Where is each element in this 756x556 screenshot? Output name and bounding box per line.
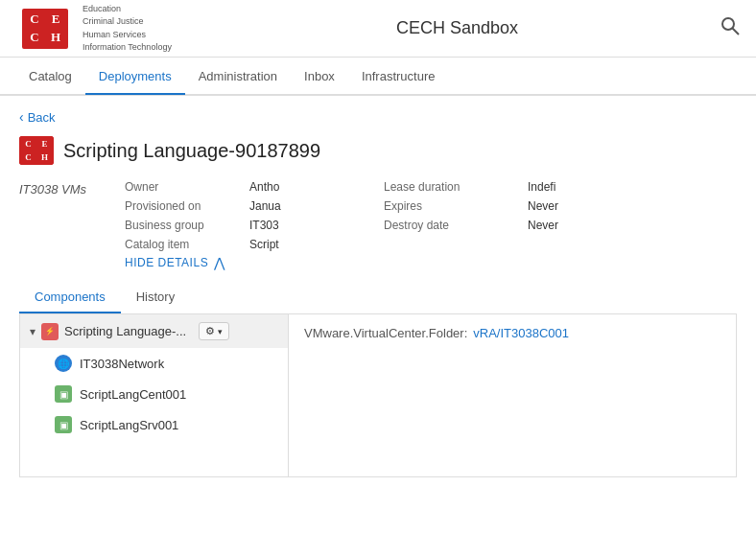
vm-cent-icon: ▣: [55, 385, 72, 403]
detail-panel: VMware.VirtualCenter.Folder: vRA/IT3038C…: [289, 314, 736, 476]
tabs-container: Components History ▾ ⚡ Scripting Languag…: [19, 282, 737, 477]
chevron-up-icon: ⋀: [214, 255, 225, 270]
tree-child-srv001-label: ScriptLangSrv001: [80, 418, 178, 432]
nav-item-inbox[interactable]: Inbox: [291, 59, 348, 93]
main-content: ‹ Back C E C H Scripting Language-901878…: [0, 96, 756, 491]
header: C E C H Education Criminal Justice Human…: [0, 0, 756, 58]
logo-area: C E C H Education Criminal Justice Human…: [15, 3, 172, 55]
detail-value: vRA/IT3038C001: [473, 326, 569, 340]
tab-history[interactable]: History: [121, 282, 190, 313]
page-title: Scripting Language-90187899: [63, 140, 320, 162]
page-logo-icon: C E C H: [19, 136, 54, 165]
logo-text: Education Criminal Justice Human Service…: [83, 3, 172, 55]
tree-child-network[interactable]: 🌐 IT3038Network: [20, 348, 288, 379]
nav-item-catalog[interactable]: Catalog: [15, 59, 85, 93]
hide-details-label: HIDE DETAILS: [125, 256, 208, 269]
group-label: IT3038 VMs: [19, 180, 125, 251]
logo-icon: C E C H: [15, 6, 75, 52]
nav-item-deployments[interactable]: Deployments: [85, 59, 185, 95]
gear-icon: ⚙: [205, 325, 215, 337]
back-arrow-icon: ‹: [19, 109, 24, 125]
tree-child-srv001[interactable]: ▣ ScriptLangSrv001: [20, 409, 288, 440]
nav-item-administration[interactable]: Administration: [185, 59, 291, 93]
search-button[interactable]: [720, 15, 741, 41]
vm-srv-icon: ▣: [55, 416, 72, 433]
tree-child-network-label: IT3038Network: [80, 357, 164, 371]
owner-label: Owner: [125, 180, 249, 194]
svg-point-0: [722, 18, 734, 30]
destroy-date-label: Destroy date: [384, 219, 528, 232]
lease-duration-value: Indefi: [528, 180, 604, 194]
app-title: CECH Sandbox: [195, 18, 720, 38]
tabs-bar: Components History: [19, 282, 737, 314]
nav-bar: Catalog Deployments Administration Inbox…: [0, 58, 756, 96]
business-group-label: Business group: [125, 219, 249, 232]
tree-child-cent001-label: ScriptLangCent001: [80, 387, 186, 402]
page-title-row: C E C H Scripting Language-90187899: [19, 136, 737, 165]
gear-dropdown-icon: ▾: [218, 327, 223, 336]
catalog-item-value: Script: [249, 238, 384, 251]
provisioned-label: Provisioned on: [125, 199, 249, 213]
expires-label: Expires: [384, 199, 528, 213]
tree-root-item[interactable]: ▾ ⚡ Scripting Language-... ⚙ ▾: [20, 314, 288, 348]
details-grid: Owner Antho Lease duration Indefi Provis…: [125, 180, 737, 251]
detail-key: VMware.VirtualCenter.Folder:: [304, 326, 467, 340]
tree-root-label: Scripting Language-...: [64, 324, 199, 338]
tree-root-type-icon: ⚡: [41, 323, 59, 340]
search-icon: [720, 15, 741, 36]
tree-expand-icon: ▾: [30, 325, 35, 338]
details-section: IT3038 VMs Owner Antho Lease duration In…: [19, 180, 737, 251]
catalog-item-label: Catalog item: [125, 238, 249, 251]
back-link[interactable]: ‹ Back: [19, 109, 737, 125]
tree-root-gear-button[interactable]: ⚙ ▾: [199, 322, 229, 340]
components-body: ▾ ⚡ Scripting Language-... ⚙ ▾ 🌐 IT3038N…: [19, 314, 737, 477]
nav-item-infrastructure[interactable]: Infrastructure: [348, 59, 449, 93]
tree-panel: ▾ ⚡ Scripting Language-... ⚙ ▾ 🌐 IT3038N…: [20, 314, 289, 476]
detail-row: VMware.VirtualCenter.Folder: vRA/IT3038C…: [304, 326, 721, 340]
business-group-value: IT303: [249, 219, 384, 232]
tab-components[interactable]: Components: [19, 282, 121, 313]
destroy-date-value: Never: [528, 219, 604, 232]
svg-line-1: [733, 29, 740, 35]
owner-value: Antho: [249, 180, 384, 194]
tree-child-cent001[interactable]: ▣ ScriptLangCent001: [20, 379, 288, 409]
network-icon: 🌐: [55, 355, 72, 372]
lease-duration-label: Lease duration: [384, 180, 528, 194]
hide-details-link[interactable]: HIDE DETAILS ⋀: [125, 255, 737, 270]
provisioned-value: Janua: [249, 199, 384, 213]
expires-value: Never: [528, 199, 604, 213]
